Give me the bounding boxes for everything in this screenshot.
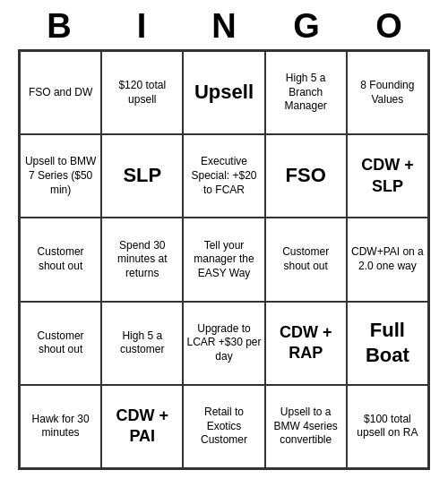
bingo-cell-11: Spend 30 minutes at returns [101, 218, 183, 301]
header-b: B [22, 7, 97, 46]
bingo-cell-16: High 5 a customer [101, 302, 183, 385]
bingo-cell-15: Customer shout out [20, 302, 101, 385]
bingo-cell-2: Upsell [183, 51, 264, 134]
bingo-cell-24: $100 total upsell on RA [347, 385, 428, 468]
bingo-cell-3: High 5 a Branch Manager [265, 51, 347, 134]
bingo-grid: FSO and DW$120 total upsellUpsellHigh 5 … [18, 49, 430, 470]
bingo-cell-0: FSO and DW [20, 51, 101, 134]
bingo-cell-18: CDW + RAP [265, 302, 347, 385]
bingo-cell-17: Upgrade to LCAR +$30 per day [183, 302, 264, 385]
bingo-cell-14: CDW+PAI on a 2.0 one way [347, 218, 428, 301]
header-i: I [104, 7, 179, 46]
bingo-cell-21: CDW + PAI [101, 385, 183, 468]
header-g: G [269, 7, 344, 46]
bingo-cell-12: Tell your manager the EASY Way [183, 218, 264, 301]
header-o: O [351, 7, 426, 46]
bingo-cell-8: FSO [265, 134, 347, 218]
header-n: N [186, 7, 262, 46]
bingo-cell-5: Upsell to BMW 7 Series ($50 min) [20, 134, 101, 218]
bingo-cell-13: Customer shout out [265, 218, 347, 301]
bingo-cell-6: SLP [101, 134, 183, 218]
bingo-cell-4: 8 Founding Values [347, 51, 428, 134]
bingo-cell-22: Retail to Exotics Customer [183, 385, 264, 468]
bingo-cell-9: CDW + SLP [347, 134, 428, 218]
bingo-cell-23: Upsell to a BMW 4series convertible [265, 385, 347, 468]
bingo-cell-19: Full Boat [347, 302, 428, 385]
bingo-cell-1: $120 total upsell [101, 51, 183, 134]
bingo-cell-10: Customer shout out [20, 218, 101, 301]
bingo-header: B I N G O [18, 0, 430, 49]
bingo-cell-7: Executive Special: +$20 to FCAR [183, 134, 264, 218]
bingo-cell-20: Hawk for 30 minutes [20, 385, 101, 468]
